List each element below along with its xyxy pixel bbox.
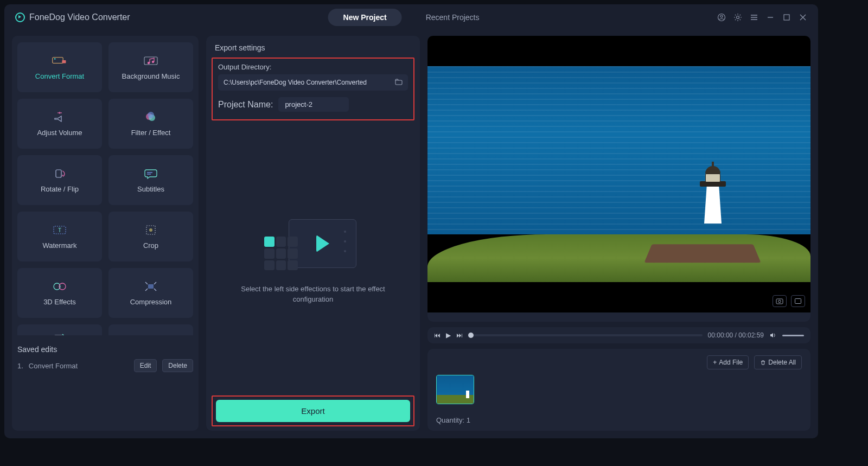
empty-state: Select the left side effections to start… xyxy=(215,124,411,395)
tool-watermark[interactable]: T Watermark xyxy=(17,212,102,261)
svg-rect-20 xyxy=(148,284,154,289)
tool-filter-effect[interactable]: Filter / Effect xyxy=(108,99,193,149)
settings-icon[interactable] xyxy=(733,13,742,22)
tool-label: Compression xyxy=(130,298,172,306)
next-icon[interactable]: ⏭ xyxy=(456,331,463,339)
project-name-label: Project Name: xyxy=(218,100,273,110)
svg-point-2 xyxy=(737,16,739,19)
svg-point-6 xyxy=(54,58,56,60)
add-file-button[interactable]: +Add File xyxy=(707,355,749,369)
tab-group: New Project Recent Projects xyxy=(328,9,495,26)
app-title: FoneDog Video Converter xyxy=(29,12,130,22)
empty-state-hint: Select the left side effections to start… xyxy=(237,284,389,304)
watermark-icon: T xyxy=(52,224,68,236)
right-panel: ⏮ ▶ ⏭ 00:00:00 / 00:02:59 +Add File Dele… xyxy=(427,36,810,431)
maximize-icon[interactable] xyxy=(782,13,791,22)
volume-icon[interactable] xyxy=(769,331,777,339)
delete-all-button[interactable]: Delete All xyxy=(754,355,802,369)
tool-adjust-volume[interactable]: Adjust Volume xyxy=(17,99,102,149)
svg-text:T: T xyxy=(58,227,61,233)
background-music-icon xyxy=(143,55,159,67)
delete-button[interactable]: Delete xyxy=(162,359,193,372)
tool-subtitles[interactable]: Subtitles xyxy=(108,155,193,205)
tool-label: Convert Format xyxy=(35,72,84,80)
adjust-volume-icon xyxy=(52,111,68,123)
project-name-input[interactable]: project-2 xyxy=(278,97,349,112)
tool-rotate-flip[interactable]: Rotate / Flip xyxy=(17,155,102,205)
app-window: FoneDog Video Converter New Project Rece… xyxy=(4,4,818,438)
quantity-label: Quantity: 1 xyxy=(436,416,802,424)
svg-point-1 xyxy=(720,15,723,17)
player-controls: ⏮ ▶ ⏭ 00:00:00 / 00:02:59 xyxy=(427,327,810,343)
preview-image xyxy=(427,66,810,282)
screenshot-icon[interactable] xyxy=(773,295,787,307)
tool-label: Filter / Effect xyxy=(131,129,171,137)
user-icon[interactable] xyxy=(717,13,726,22)
output-directory-input[interactable]: C:\Users\pc\FoneDog Video Converter\Conv… xyxy=(218,74,408,91)
svg-rect-25 xyxy=(776,299,783,304)
output-path-value: C:\Users\pc\FoneDog Video Converter\Conv… xyxy=(224,79,367,86)
folder-icon[interactable] xyxy=(395,78,403,86)
app-logo: FoneDog Video Converter xyxy=(15,12,130,22)
export-button[interactable]: Export xyxy=(216,400,410,422)
play-icon[interactable]: ▶ xyxy=(446,331,451,339)
export-settings-title: Export settings xyxy=(215,43,411,52)
tool-crop[interactable]: Crop xyxy=(108,212,193,261)
saved-edits-section: Saved edits 1. Convert Format Edit Delet… xyxy=(17,345,193,372)
export-settings-panel: Export settings Output Directory: C:\Use… xyxy=(206,36,420,431)
tool-label: Crop xyxy=(143,241,158,250)
svg-rect-24 xyxy=(395,80,402,85)
main-content: Convert Format Background Music Adjust V… xyxy=(4,30,818,438)
rotate-flip-icon xyxy=(52,168,68,180)
video-preview xyxy=(427,36,810,322)
tab-recent-projects[interactable]: Recent Projects xyxy=(411,9,495,26)
prev-icon[interactable]: ⏮ xyxy=(434,331,441,339)
tool-icon-partial xyxy=(52,332,68,335)
file-list-area: +Add File Delete All Quantity: 1 xyxy=(427,349,810,431)
subtitles-icon xyxy=(143,168,159,180)
saved-edit-number: 1. xyxy=(17,362,23,370)
titlebar: FoneDog Video Converter New Project Rece… xyxy=(4,4,818,30)
close-icon[interactable] xyxy=(799,13,807,22)
timeline-slider[interactable] xyxy=(468,334,703,336)
tab-new-project[interactable]: New Project xyxy=(328,9,402,26)
compression-icon xyxy=(143,280,159,292)
svg-point-26 xyxy=(778,300,781,302)
svg-rect-3 xyxy=(784,15,789,20)
tool-card-partial-1[interactable] xyxy=(17,324,102,335)
file-list-actions: +Add File Delete All xyxy=(436,355,802,369)
highlight-box-settings: Output Directory: C:\Users\pc\FoneDog Vi… xyxy=(212,58,414,120)
minimize-icon[interactable] xyxy=(766,13,775,22)
svg-rect-13 xyxy=(56,170,61,177)
tool-icon-partial xyxy=(143,332,159,335)
tool-3d-effects[interactable]: 3D Effects xyxy=(17,268,102,318)
volume-slider[interactable] xyxy=(782,335,804,336)
tool-compression[interactable]: Compression xyxy=(108,268,193,318)
tool-card-partial-2[interactable] xyxy=(108,324,193,335)
crop-icon xyxy=(143,224,159,236)
svg-rect-27 xyxy=(795,299,801,304)
convert-format-icon xyxy=(52,55,68,67)
video-frame xyxy=(427,36,810,312)
file-thumbnail[interactable] xyxy=(436,375,474,404)
project-name-row: Project Name: project-2 xyxy=(218,97,408,112)
tool-background-music[interactable]: Background Music xyxy=(108,42,193,92)
svg-point-17 xyxy=(149,228,152,232)
menu-icon[interactable] xyxy=(750,13,758,22)
time-display: 00:00:00 / 00:02:59 xyxy=(708,331,764,339)
tool-label: Adjust Volume xyxy=(37,129,82,137)
filter-effect-icon xyxy=(143,111,159,123)
svg-rect-5 xyxy=(62,60,66,63)
tool-convert-format[interactable]: Convert Format xyxy=(17,42,102,92)
saved-edit-label: Convert Format xyxy=(29,362,78,370)
tool-label: Watermark xyxy=(42,241,76,250)
edit-button[interactable]: Edit xyxy=(134,359,157,372)
tool-label: 3D Effects xyxy=(43,298,76,306)
svg-rect-4 xyxy=(53,57,63,63)
tool-label: Rotate / Flip xyxy=(41,185,79,193)
tool-label: Subtitles xyxy=(137,185,164,193)
saved-edits-title: Saved edits xyxy=(17,345,193,354)
window-controls xyxy=(717,13,807,22)
fullscreen-icon[interactable] xyxy=(791,295,805,307)
3d-effects-icon xyxy=(52,280,68,292)
